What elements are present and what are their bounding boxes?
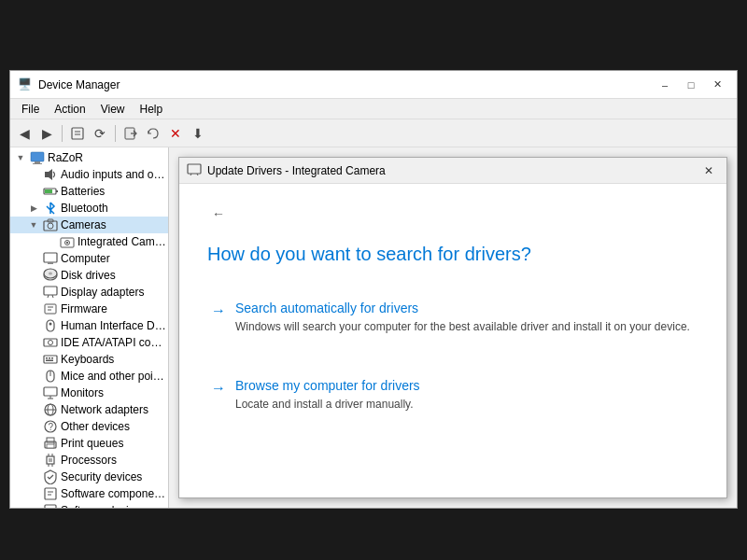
update-drivers-dialog: Update Drivers - Integrated Camera ✕ ← H…: [178, 157, 727, 498]
svg-rect-23: [44, 287, 57, 295]
computer-label: Computer: [61, 252, 110, 265]
tree-item-monitors[interactable]: Monitors: [10, 385, 168, 401]
svg-rect-53: [49, 458, 52, 462]
dialog-title-icon: [187, 161, 202, 179]
toolbar-uninstall[interactable]: ⬇: [188, 123, 208, 144]
tree-item-software-components[interactable]: Software components: [10, 485, 168, 502]
processors-expand: [27, 454, 40, 467]
svg-rect-0: [72, 128, 83, 139]
disk-icon: [43, 268, 58, 283]
tree-item-bluetooth[interactable]: ▶ Bluetooth: [10, 200, 168, 217]
tree-item-audio[interactable]: Audio inputs and outputs: [10, 166, 168, 183]
svg-rect-19: [48, 262, 53, 264]
other-label: Other devices: [61, 420, 130, 433]
tree-item-cameras[interactable]: ▼ Cameras: [10, 217, 168, 233]
rollback-icon: [146, 126, 161, 141]
option2-content: Browse my computer for drivers Locate an…: [235, 378, 420, 413]
firmware-label: Firmware: [61, 302, 107, 315]
tree-item-network[interactable]: Network adapters: [10, 401, 168, 418]
tree-item-computer[interactable]: Computer: [10, 250, 168, 267]
audio-label: Audio inputs and outputs: [61, 168, 168, 181]
svg-rect-11: [45, 189, 52, 193]
dialog-content: ← How do you want to search for drivers?…: [179, 184, 726, 497]
print-label: Print queues: [61, 437, 123, 450]
display-label: Display adapters: [61, 286, 144, 299]
ide-icon: [43, 335, 58, 350]
svg-rect-40: [44, 387, 57, 396]
processors-icon: [43, 453, 58, 468]
tree-item-print[interactable]: Print queues: [10, 435, 168, 452]
dialog-nav: ←: [207, 203, 698, 225]
sw-comp-expand: [27, 487, 40, 500]
toolbar-refresh[interactable]: ⟳: [90, 123, 110, 144]
tree-item-firmware[interactable]: Firmware: [10, 301, 168, 317]
tree-item-mice[interactable]: Mice and other pointing d...: [10, 368, 168, 385]
tree-root-label: RaZoR: [48, 151, 83, 164]
menu-help[interactable]: Help: [133, 101, 171, 118]
svg-rect-33: [44, 356, 57, 363]
svg-point-32: [49, 341, 53, 345]
bluetooth-expand: ▶: [27, 202, 40, 215]
search-automatically-option[interactable]: → Search automatically for drivers Windo…: [207, 293, 698, 343]
svg-rect-29: [47, 320, 54, 331]
dialog-title-text: Update Drivers - Integrated Camera: [207, 164, 386, 177]
dialog-back-button[interactable]: ←: [207, 203, 230, 225]
dialog-close-button[interactable]: ✕: [698, 161, 719, 180]
other-icon: ?: [43, 419, 58, 434]
dialog-title-left: Update Drivers - Integrated Camera: [187, 161, 386, 179]
toolbar-back[interactable]: ◀: [14, 123, 35, 144]
tree-item-disk[interactable]: Disk drives: [10, 267, 168, 284]
tree-item-batteries[interactable]: Batteries: [10, 183, 168, 200]
sw-components-label: Software components: [61, 487, 168, 500]
keyboards-label: Keyboards: [61, 353, 114, 366]
maximize-button[interactable]: □: [679, 76, 703, 94]
integrated-camera-icon: [60, 234, 75, 249]
cameras-icon: [43, 217, 58, 232]
firmware-icon: [43, 301, 58, 316]
minimize-button[interactable]: –: [653, 76, 677, 94]
toolbar-properties[interactable]: [67, 123, 88, 144]
svg-rect-10: [56, 190, 58, 192]
integrated-camera-label: Integrated Camera: [78, 235, 168, 248]
monitors-label: Monitors: [61, 386, 104, 399]
browse-computer-option[interactable]: → Browse my computer for drivers Locate …: [207, 371, 698, 420]
title-bar: 🖥️ Device Manager – □ ✕: [10, 71, 737, 99]
menu-action[interactable]: Action: [47, 101, 92, 118]
svg-rect-58: [45, 488, 56, 499]
toolbar-rollback[interactable]: [143, 123, 163, 144]
network-icon: [43, 402, 58, 417]
tree-item-integrated-camera[interactable]: Integrated Camera: [10, 233, 168, 250]
mice-expand: [27, 370, 40, 383]
svg-rect-36: [51, 357, 53, 359]
tree-item-display[interactable]: Display adapters: [10, 284, 168, 301]
hid-icon: [43, 318, 58, 333]
security-expand: [27, 470, 40, 483]
network-expand: [27, 403, 40, 416]
menu-file[interactable]: File: [14, 101, 47, 118]
toolbar-forward[interactable]: ▶: [36, 123, 57, 144]
toolbar-disable[interactable]: ✕: [165, 123, 186, 144]
close-window-button[interactable]: ✕: [705, 76, 729, 94]
tree-root[interactable]: ▼ RaZoR: [10, 149, 168, 166]
svg-text:?: ?: [49, 422, 54, 432]
tree-item-hid[interactable]: Human Interface Devices: [10, 317, 168, 334]
svg-rect-6: [35, 161, 40, 163]
menu-view[interactable]: View: [93, 101, 133, 118]
tree-item-keyboards[interactable]: Keyboards: [10, 351, 168, 368]
security-icon: [43, 469, 58, 484]
tree-item-processors[interactable]: Processors: [10, 452, 168, 469]
dialog-heading: How do you want to search for drivers?: [207, 244, 698, 265]
sw-devices-label: Software devices: [61, 504, 146, 508]
device-tree-panel[interactable]: ▼ RaZoR: [10, 147, 169, 508]
tree-item-software-devices[interactable]: Software devices: [10, 502, 168, 508]
bluetooth-label: Bluetooth: [61, 202, 108, 215]
tree-item-security[interactable]: Security devices: [10, 469, 168, 485]
other-expand: [27, 420, 40, 433]
toolbar-sep-2: [115, 125, 116, 142]
tree-item-ide[interactable]: IDE ATA/ATAPI controllers: [10, 334, 168, 351]
properties-icon: [70, 126, 85, 141]
svg-point-13: [48, 223, 53, 229]
toolbar-update[interactable]: [120, 123, 141, 144]
display-expand: [27, 286, 40, 299]
tree-item-other[interactable]: ? Other devices: [10, 418, 168, 435]
